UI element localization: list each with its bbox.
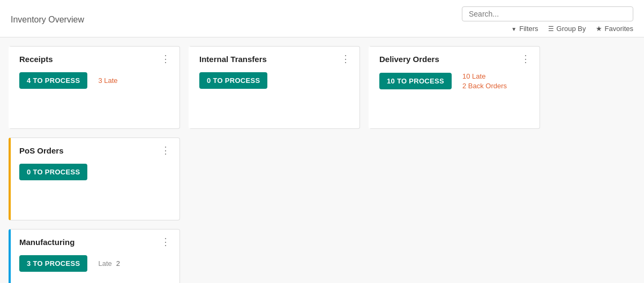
stat-late-receipts: 3 Late (98, 77, 117, 85)
card-pos-orders: PoS Orders ⋮ 0 TO PROCESS (9, 137, 180, 220)
filters-label: Filters (519, 25, 538, 33)
header-right: Filters Group By Favorites (84, 6, 633, 33)
card-header-receipts: Receipts ⋮ (19, 54, 171, 64)
process-btn-pos-orders[interactable]: 0 TO PROCESS (19, 164, 87, 180)
card-menu-receipts[interactable]: ⋮ (161, 54, 171, 64)
stat-late-delivery-orders: 10 Late (462, 72, 507, 80)
card-body-pos-orders: 0 TO PROCESS (19, 164, 171, 180)
card-header-pos-orders: PoS Orders ⋮ (19, 146, 171, 155)
cards-grid: Receipts ⋮ 4 TO PROCESS 3 Late Internal … (0, 37, 644, 229)
card-title-delivery-orders: Delivery Orders (379, 55, 439, 64)
card-body-internal-transfers: 0 TO PROCESS (199, 72, 351, 89)
star-icon (596, 25, 602, 33)
card-menu-delivery-orders[interactable]: ⋮ (521, 54, 531, 64)
card-internal-transfers: Internal Transfers ⋮ 0 TO PROCESS (189, 46, 360, 129)
favorites-button[interactable]: Favorites (596, 25, 633, 33)
stat-label-late-manufacturing: Late (98, 259, 111, 267)
card-stats-delivery-orders: 10 Late 2 Back Orders (462, 72, 507, 90)
card-menu-manufacturing[interactable]: ⋮ (161, 237, 171, 247)
card-manufacturing: Manufacturing ⋮ 3 TO PROCESS Late 2 (9, 229, 180, 283)
card-title-manufacturing: Manufacturing (19, 238, 74, 247)
card-header-internal-transfers: Internal Transfers ⋮ (199, 54, 351, 64)
favorites-label: Favorites (605, 25, 633, 33)
card-menu-internal-transfers[interactable]: ⋮ (341, 54, 351, 64)
process-btn-internal-transfers[interactable]: 0 TO PROCESS (199, 72, 267, 89)
page-header: Inventory Overview Filters Group By Favo… (0, 0, 644, 37)
cards-grid-row2: Manufacturing ⋮ 3 TO PROCESS Late 2 (0, 229, 644, 283)
search-input[interactable] (462, 6, 633, 21)
card-title-receipts: Receipts (19, 55, 53, 64)
group-by-label: Group By (557, 25, 586, 33)
card-body-manufacturing: 3 TO PROCESS Late 2 (19, 255, 171, 272)
page-title: Inventory Overview (11, 15, 84, 25)
stat-count-manufacturing: 2 (116, 259, 120, 267)
card-title-internal-transfers: Internal Transfers (199, 55, 267, 64)
group-by-button[interactable]: Group By (548, 25, 586, 33)
card-header-manufacturing: Manufacturing ⋮ (19, 237, 171, 247)
card-delivery-orders: Delivery Orders ⋮ 10 TO PROCESS 10 Late … (369, 46, 540, 129)
filter-icon (511, 25, 516, 33)
card-title-pos-orders: PoS Orders (19, 146, 64, 155)
card-body-delivery-orders: 10 TO PROCESS 10 Late 2 Back Orders (379, 72, 531, 90)
group-by-icon (548, 25, 554, 33)
card-stats-receipts: 3 Late (98, 77, 117, 85)
filters-button[interactable]: Filters (511, 25, 538, 33)
card-menu-pos-orders[interactable]: ⋮ (161, 146, 171, 155)
process-btn-receipts[interactable]: 4 TO PROCESS (19, 72, 87, 89)
card-body-receipts: 4 TO PROCESS 3 Late (19, 72, 171, 89)
process-btn-manufacturing[interactable]: 3 TO PROCESS (19, 255, 87, 272)
process-btn-delivery-orders[interactable]: 10 TO PROCESS (379, 73, 452, 89)
stat-row-manufacturing: Late 2 (98, 259, 120, 267)
card-receipts: Receipts ⋮ 4 TO PROCESS 3 Late (9, 46, 180, 129)
card-stats-manufacturing: Late 2 (98, 259, 120, 267)
card-header-delivery-orders: Delivery Orders ⋮ (379, 54, 531, 64)
stat-backorder-delivery-orders: 2 Back Orders (462, 82, 507, 90)
filter-bar: Filters Group By Favorites (511, 25, 633, 33)
